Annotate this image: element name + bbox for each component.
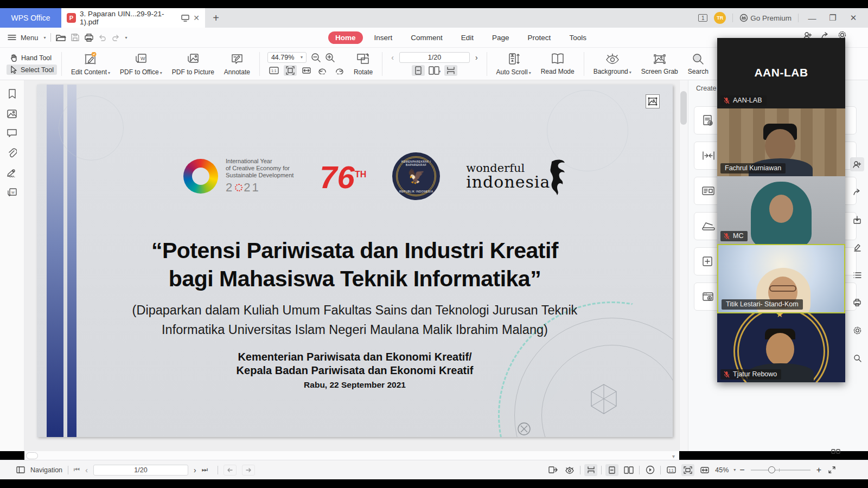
zoom-in-icon[interactable] bbox=[325, 53, 335, 62]
chevron-down-icon[interactable]: ▾ bbox=[733, 467, 736, 472]
hamburger-icon[interactable] bbox=[8, 34, 16, 41]
new-tab-button[interactable]: + bbox=[205, 8, 227, 28]
tab-page[interactable]: Page bbox=[485, 31, 516, 44]
zoom-out-minus[interactable]: − bbox=[739, 465, 744, 475]
comments-icon[interactable] bbox=[7, 129, 17, 137]
last-page-icon[interactable]: ⏭ bbox=[202, 466, 208, 474]
zoom-slider[interactable] bbox=[751, 470, 810, 471]
presenting-monitor-icon[interactable] bbox=[181, 15, 189, 22]
edit-pen-icon[interactable] bbox=[850, 240, 864, 254]
horizontal-scrollbar[interactable] bbox=[24, 451, 679, 460]
participant-tile[interactable]: ★ Tjatur Rebowo bbox=[717, 313, 845, 382]
select-tool-button[interactable]: Select Tool bbox=[7, 65, 57, 75]
fit-page-icon[interactable] bbox=[284, 65, 297, 76]
two-page-view-icon[interactable] bbox=[622, 464, 635, 476]
participant-tile[interactable]: Fachrul Kurniawan bbox=[717, 108, 845, 176]
tab-edit[interactable]: Edit bbox=[454, 31, 481, 44]
participant-tile-active-speaker[interactable]: Titik Lestari- Stand-Kom bbox=[717, 244, 845, 313]
avatar[interactable]: TR bbox=[714, 12, 726, 24]
forward-view-icon[interactable] bbox=[242, 465, 255, 476]
list-icon[interactable] bbox=[850, 268, 864, 282]
pdf-to-office-button[interactable]: W PDF to Office▾ bbox=[120, 52, 162, 76]
participant-tile[interactable]: AAN-LAB AAN-LAB bbox=[717, 38, 845, 108]
search-button[interactable]: Search bbox=[688, 53, 709, 75]
play-slideshow-icon[interactable] bbox=[643, 464, 656, 476]
single-page-view-icon[interactable] bbox=[412, 65, 425, 76]
navigation-label[interactable]: Navigation bbox=[30, 466, 62, 474]
continuous-view-icon[interactable] bbox=[444, 65, 457, 76]
vertical-scrollbar-thumb[interactable] bbox=[680, 91, 687, 125]
next-page-icon[interactable]: › bbox=[475, 53, 478, 62]
go-premium-button[interactable]: Go Premium bbox=[739, 14, 792, 22]
edit-content-button[interactable]: Edit Content▾ bbox=[71, 52, 110, 76]
actual-size-icon[interactable]: 1:1 bbox=[267, 65, 280, 76]
close-document-icon[interactable]: ✕ bbox=[193, 14, 200, 22]
read-mode-button[interactable]: Read Mode bbox=[541, 53, 575, 75]
print-icon[interactable] bbox=[850, 296, 864, 310]
undo-icon[interactable] bbox=[98, 34, 107, 41]
meeting-panel[interactable]: AAN-LAB AAN-LAB Fachrul Kurniawan MC bbox=[717, 38, 845, 382]
participant-tile[interactable]: MC bbox=[717, 176, 845, 244]
zoom-slider-knob[interactable] bbox=[768, 466, 775, 473]
settings-gear-icon[interactable] bbox=[850, 323, 864, 337]
export-icon[interactable] bbox=[850, 213, 864, 227]
single-page-view-icon[interactable] bbox=[605, 464, 618, 476]
previous-page-icon[interactable]: ‹ bbox=[391, 53, 394, 62]
tab-protect[interactable]: Protect bbox=[521, 31, 558, 44]
two-page-view-icon[interactable]: ▾ bbox=[428, 65, 441, 76]
rotate-left-icon[interactable] bbox=[316, 65, 329, 76]
fit-page-icon[interactable] bbox=[681, 464, 694, 476]
previous-page-icon[interactable]: ‹ bbox=[85, 466, 88, 474]
scrollbar-down-arrow[interactable]: ▾ bbox=[672, 453, 675, 459]
auto-scroll-button[interactable]: Auto Scroll▾ bbox=[496, 52, 531, 76]
fullscreen-icon[interactable] bbox=[825, 464, 838, 476]
vertical-scrollbar[interactable] bbox=[679, 80, 688, 451]
horizontal-scrollbar-thumb[interactable] bbox=[26, 452, 38, 459]
zoom-value-dropdown[interactable]: 44.79%▾ bbox=[267, 52, 307, 63]
thumbnails-icon[interactable] bbox=[7, 110, 17, 118]
fit-width-icon[interactable] bbox=[698, 464, 711, 476]
page-number-field[interactable]: 1/20 bbox=[399, 52, 470, 63]
rotate-right-icon[interactable] bbox=[333, 65, 346, 76]
next-page-icon[interactable]: › bbox=[194, 466, 196, 474]
share-user-icon[interactable] bbox=[850, 157, 864, 171]
background-button[interactable]: Background▾ bbox=[593, 53, 631, 75]
tab-insert[interactable]: Insert bbox=[367, 31, 400, 44]
screen-grab-button[interactable]: Screen Grab bbox=[641, 53, 678, 75]
share-arrow-icon[interactable] bbox=[850, 185, 864, 199]
close-window-button[interactable]: ✕ bbox=[846, 13, 860, 23]
page-number-field[interactable]: 1/20 bbox=[93, 465, 188, 476]
tab-comment[interactable]: Comment bbox=[404, 31, 450, 44]
zoom-percentage[interactable]: 45% bbox=[715, 466, 729, 474]
save-icon[interactable] bbox=[71, 33, 80, 42]
document-tab[interactable]: P 3. Paparan UIN...29-9-21-1).pdf ✕ bbox=[61, 8, 205, 28]
pdf-convert-icon[interactable]: W bbox=[7, 188, 17, 197]
pdf-to-picture-button[interactable]: PDF to Picture bbox=[172, 52, 214, 76]
tab-tools[interactable]: Tools bbox=[562, 31, 593, 44]
extract-image-button[interactable] bbox=[646, 94, 660, 108]
background-eye-icon[interactable] bbox=[563, 464, 576, 476]
continuous-view-icon[interactable] bbox=[584, 464, 597, 476]
open-file-icon[interactable] bbox=[55, 33, 66, 42]
zoom-in-plus[interactable]: + bbox=[816, 465, 821, 475]
search-icon[interactable] bbox=[850, 351, 864, 365]
window-switch-icon[interactable]: 1 bbox=[698, 14, 707, 22]
navigation-panel-icon[interactable] bbox=[16, 466, 25, 473]
zoom-out-icon[interactable] bbox=[311, 53, 321, 62]
wps-office-tab[interactable]: WPS Office bbox=[0, 8, 61, 28]
fit-width-icon[interactable] bbox=[300, 65, 313, 76]
rotate-button[interactable]: Rotate bbox=[354, 52, 373, 76]
redo-icon[interactable] bbox=[111, 34, 120, 41]
back-view-icon[interactable] bbox=[224, 465, 237, 476]
pdf-page[interactable]: International Year of Creative Economy f… bbox=[37, 85, 673, 437]
bookmarks-icon[interactable] bbox=[8, 89, 16, 99]
tab-home[interactable]: Home bbox=[328, 31, 363, 44]
annotate-button[interactable]: Annotate bbox=[224, 52, 250, 76]
first-page-icon[interactable]: ⏮ bbox=[74, 466, 80, 474]
restore-button[interactable]: ❐ bbox=[826, 13, 840, 23]
print-icon[interactable] bbox=[84, 33, 94, 42]
minimize-button[interactable]: — bbox=[805, 14, 819, 23]
menu-label[interactable]: Menu bbox=[21, 34, 39, 42]
attachments-icon[interactable] bbox=[7, 148, 17, 158]
signature-icon[interactable] bbox=[7, 169, 17, 177]
